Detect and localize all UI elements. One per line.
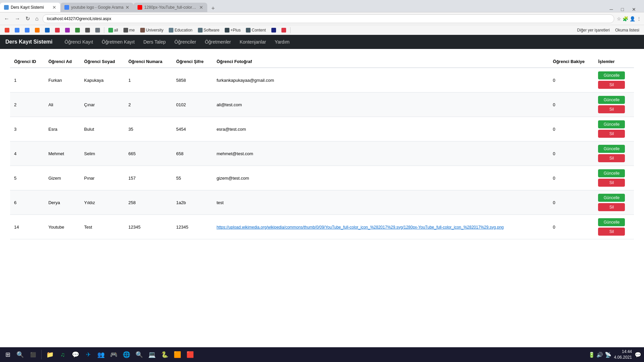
tab-close-2[interactable]: ✕	[125, 5, 129, 10]
cell-id: 6	[10, 190, 44, 215]
tab-3[interactable]: 1280px-YouTube_full-color_icon_... ✕	[133, 3, 207, 12]
tab-bar: Ders Kayıt Sistemi ✕ youtube logo - Goog…	[0, 0, 644, 12]
cell-fotograf: test	[213, 190, 549, 215]
tab-2[interactable]: youtube logo - Google Arama ✕	[60, 3, 133, 12]
guncelle-button[interactable]: Güncelle	[598, 194, 625, 202]
bookmark-plus[interactable]: +Plus	[223, 27, 243, 33]
bookmark-5[interactable]	[43, 27, 52, 33]
bookmark-content-label: Content	[252, 28, 266, 33]
tab-title-3: 1280px-YouTube_full-color_icon_...	[144, 5, 197, 10]
tab-favicon	[4, 5, 9, 10]
bookmark-icon-5	[45, 28, 50, 33]
guncelle-button[interactable]: Güncelle	[598, 120, 625, 128]
bookmark-university[interactable]: University	[138, 27, 166, 33]
guncelle-button[interactable]: Güncelle	[598, 96, 625, 104]
cell-bakiye: 0	[549, 93, 594, 117]
bookmark-all[interactable]: all	[106, 27, 120, 33]
bookmark-9[interactable]	[83, 27, 92, 33]
cell-sifre: 1a2b	[172, 190, 212, 215]
bookmark-red2[interactable]	[279, 27, 288, 33]
reload-button[interactable]: ↻	[24, 15, 31, 22]
col-id: Öğrenci ID	[10, 56, 44, 68]
cell-bakiye: 0	[549, 117, 594, 141]
bookmark-2[interactable]	[13, 27, 21, 33]
bookmark-8[interactable]	[73, 27, 82, 33]
tab-close-1[interactable]: ✕	[52, 5, 56, 10]
nav-ogrenciler[interactable]: Öğrenciler	[170, 37, 200, 47]
bookmark-star-icon[interactable]: ☆	[617, 16, 621, 21]
sil-button[interactable]: Sil	[598, 154, 625, 162]
sil-button[interactable]: Sil	[598, 228, 625, 236]
bookmark-s[interactable]	[269, 27, 278, 33]
cell-id: 4	[10, 141, 44, 166]
cell-soyad: Selim	[80, 141, 124, 166]
guncelle-button[interactable]: Güncelle	[598, 145, 625, 153]
cell-soyad: Test	[80, 215, 124, 239]
home-button[interactable]: ⌂	[34, 15, 40, 22]
window-controls: ─ □ ✕	[607, 7, 644, 12]
table-row: 14YoutubeTest1234512345https://upload.wi…	[10, 215, 634, 239]
sil-button[interactable]: Sil	[598, 81, 625, 89]
maximize-button[interactable]: □	[619, 7, 627, 12]
guncelle-button[interactable]: Güncelle	[598, 218, 625, 226]
cell-id: 14	[10, 215, 44, 239]
reading-list[interactable]: Okuma listesi	[613, 27, 641, 33]
address-bar: ← → ↻ ⌂ ☆ 🧩 👤 ⋮	[0, 12, 644, 25]
bookmark-10[interactable]	[93, 27, 102, 33]
cell-numara: 35	[124, 117, 172, 141]
col-bakiye: Öğrenci Bakiye	[549, 56, 594, 68]
cell-numara: 157	[124, 166, 172, 190]
sil-button[interactable]: Sil	[598, 105, 625, 113]
back-button[interactable]: ←	[3, 15, 11, 22]
bookmark-all-label: all	[114, 28, 118, 33]
extensions-icon[interactable]: 🧩	[623, 16, 628, 21]
nav-ders-talep[interactable]: Ders Talep	[139, 37, 170, 47]
sil-button[interactable]: Sil	[598, 130, 625, 138]
cell-sifre: 5454	[172, 117, 212, 141]
bookmark-me-label: me	[129, 28, 135, 33]
cell-soyad: Bulut	[80, 117, 124, 141]
bookmark-university-icon	[140, 28, 145, 33]
cell-id: 1	[10, 68, 44, 93]
guncelle-button[interactable]: Güncelle	[598, 169, 625, 177]
bookmark-icon-10	[95, 28, 100, 33]
sil-button[interactable]: Sil	[598, 179, 625, 187]
cell-islemler: GüncelleSil	[594, 166, 634, 190]
guncelle-button[interactable]: Güncelle	[598, 71, 625, 79]
nav-ogretmen-kayit[interactable]: Öğretmen Kayıt	[98, 37, 139, 47]
tab-close-3[interactable]: ✕	[199, 5, 203, 10]
minimize-button[interactable]: ─	[607, 7, 616, 12]
cell-fotograf: mehmet@test.com	[213, 141, 549, 166]
close-button[interactable]: ✕	[629, 7, 639, 12]
profile-icon[interactable]: 👤	[630, 16, 635, 21]
sil-button[interactable]: Sil	[598, 203, 625, 211]
new-tab-button[interactable]: +	[209, 5, 218, 12]
other-bookmarks[interactable]: Diğer yer işaretleri	[575, 27, 612, 33]
tab-active[interactable]: Ders Kayıt Sistemi ✕	[0, 3, 60, 12]
cell-islemler: GüncelleSil	[594, 117, 634, 141]
bookmark-software[interactable]: Software	[196, 27, 221, 33]
bookmark-6[interactable]	[53, 27, 62, 33]
bookmark-university-label: University	[146, 28, 164, 33]
cell-soyad: Kapukaya	[80, 68, 124, 93]
bookmark-me[interactable]: me	[121, 27, 137, 33]
nav-yardim[interactable]: Yardım	[271, 37, 293, 47]
bookmark-3[interactable]	[23, 27, 32, 33]
nav-ogrenci-kayit[interactable]: Öğrenci Kayıt	[61, 37, 97, 47]
cell-bakiye: 0	[549, 215, 594, 239]
bookmark-4[interactable]	[33, 27, 42, 33]
bookmark-education-icon	[169, 28, 173, 33]
bookmark-education[interactable]: Education	[167, 27, 194, 33]
menu-icon[interactable]: ⋮	[637, 16, 641, 21]
fotograf-link[interactable]: https://upload.wikimedia.org/wikipedia/c…	[217, 225, 504, 230]
col-islemler: İşlemler	[594, 56, 634, 68]
address-input[interactable]	[43, 14, 614, 23]
nav-kontenjanlar[interactable]: Kontenjanlar	[235, 37, 270, 47]
table-row: 5GizemPınar15755gizem@test.com0GüncelleS…	[10, 166, 634, 190]
bookmark-content[interactable]: Content	[244, 27, 268, 33]
bookmark-gmail[interactable]	[3, 27, 11, 33]
cell-fotograf: ali@test.com	[213, 93, 549, 117]
forward-button[interactable]: →	[13, 15, 21, 22]
nav-ogretmenler[interactable]: Öğretmenler	[201, 37, 235, 47]
bookmark-7[interactable]	[63, 27, 72, 33]
